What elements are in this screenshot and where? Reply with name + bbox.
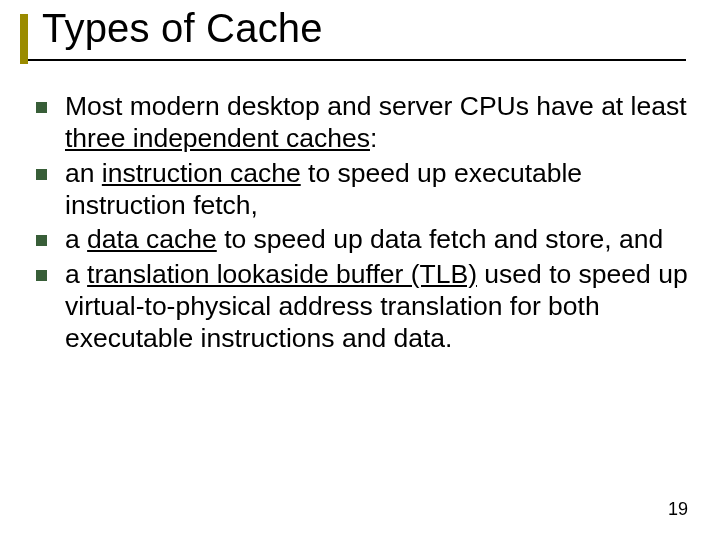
list-item: a translation lookaside buffer (TLB) use… [36, 258, 692, 355]
slide: Types of Cache Most modern desktop and s… [0, 0, 720, 540]
bullet-text: Most modern desktop and server CPUs have… [65, 90, 692, 155]
title-block: Types of Cache [20, 5, 700, 69]
text-pre: a [65, 224, 87, 254]
text-pre: a [65, 259, 87, 289]
text-pre: Most modern desktop and server CPUs have… [65, 91, 687, 121]
bullet-text: a translation lookaside buffer (TLB) use… [65, 258, 692, 355]
bullet-square-icon [36, 102, 47, 113]
text-underlined: three independent caches [65, 123, 370, 153]
page-number: 19 [668, 499, 688, 520]
text-underlined: instruction cache [102, 158, 301, 188]
text-pre: an [65, 158, 102, 188]
bullet-square-icon [36, 235, 47, 246]
title-underline [20, 59, 686, 61]
slide-body: Most modern desktop and server CPUs have… [36, 90, 692, 357]
bullet-text: a data cache to speed up data fetch and … [65, 223, 692, 255]
text-post: to speed up data fetch and store, and [217, 224, 663, 254]
text-underlined: data cache [87, 224, 217, 254]
slide-title: Types of Cache [42, 5, 700, 51]
list-item: a data cache to speed up data fetch and … [36, 223, 692, 255]
list-item: an instruction cache to speed up executa… [36, 157, 692, 222]
text-post: : [370, 123, 377, 153]
bullet-square-icon [36, 169, 47, 180]
bullet-square-icon [36, 270, 47, 281]
list-item: Most modern desktop and server CPUs have… [36, 90, 692, 155]
bullet-text: an instruction cache to speed up executa… [65, 157, 692, 222]
text-underlined: translation lookaside buffer (TLB) [87, 259, 477, 289]
title-accent-bar [20, 14, 28, 64]
